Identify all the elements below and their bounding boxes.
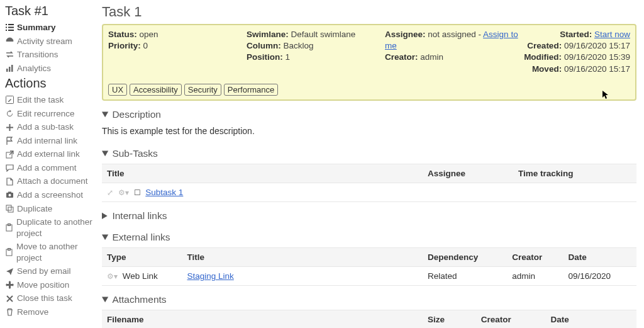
subtask-link[interactable]: Subtask 1 <box>145 188 183 197</box>
gear-dropdown-icon[interactable]: ⚙▾ <box>118 188 129 197</box>
action-add-external-link[interactable]: Add external link <box>5 147 96 161</box>
created-value: 09/16/2020 15:17 <box>564 41 630 50</box>
external-link-icon <box>5 150 14 159</box>
table-row: ⚙▾ Web Link Staging Link Related admin 0… <box>102 266 636 285</box>
external-links-header[interactable]: External links <box>102 230 636 245</box>
camera-icon <box>5 191 14 199</box>
action-duplicate-project[interactable]: Duplicate to another project <box>5 215 96 240</box>
pencil-square-icon <box>5 96 14 104</box>
tag[interactable]: Performance <box>224 84 278 96</box>
svg-rect-0 <box>6 24 7 25</box>
move-icon <box>5 281 14 289</box>
col-title: Title <box>102 164 423 183</box>
col-date: Date <box>563 247 636 266</box>
action-label: Add a comment <box>17 162 77 174</box>
action-label: Edit the task <box>17 94 64 106</box>
gear-dropdown-icon[interactable]: ⚙▾ <box>107 272 118 281</box>
section-attachments: Attachments Filename Size Creator Date t… <box>102 292 636 328</box>
svg-point-12 <box>8 194 11 196</box>
action-close-task[interactable]: Close this task <box>5 291 96 305</box>
checkbox-icon[interactable]: ☐ <box>134 188 141 197</box>
col-dep: Dependency <box>423 247 507 266</box>
action-attach-document[interactable]: Attach a document <box>5 174 96 188</box>
clipboard-icon <box>5 223 13 232</box>
refresh-icon <box>5 110 14 118</box>
bar-chart-icon <box>5 64 14 72</box>
sidebar-nav-label: Analytics <box>17 63 51 74</box>
description-header[interactable]: Description <box>102 107 636 122</box>
sidebar-nav-label: Transitions <box>17 49 58 60</box>
action-label: Duplicate <box>17 203 52 215</box>
col-date: Date <box>545 310 636 328</box>
expand-icon[interactable]: ⤢ <box>107 188 113 197</box>
section-internal-links: Internal links <box>102 208 636 223</box>
tag[interactable]: UX <box>108 84 127 96</box>
action-move-project[interactable]: Move to another project <box>5 240 96 264</box>
action-edit-recurrence[interactable]: Edit recurrence <box>5 107 96 121</box>
action-duplicate[interactable]: Duplicate <box>5 202 96 216</box>
subtask-assignee <box>423 183 513 201</box>
col-type: Type <box>102 247 182 266</box>
status-label: Status: <box>108 30 137 39</box>
sidebar-nav-analytics[interactable]: Analytics <box>5 62 96 76</box>
copy-icon <box>5 205 14 213</box>
plus-icon <box>5 123 14 132</box>
arrows-icon <box>5 50 14 59</box>
moved-value: 09/16/2020 15:17 <box>564 64 630 74</box>
action-move-position[interactable]: Move position <box>5 278 96 292</box>
ext-link[interactable]: Staging Link <box>187 271 234 281</box>
subtasks-header[interactable]: Sub-Tasks <box>102 146 636 161</box>
list-icon <box>5 23 14 31</box>
column-value: Backlog <box>284 41 314 50</box>
column-label: Column: <box>247 41 281 50</box>
action-add-comment[interactable]: Add a comment <box>5 161 96 175</box>
section-subtasks: Sub-Tasks Title Assignee Time tracking ⤢… <box>102 146 636 202</box>
svg-rect-7 <box>9 67 11 72</box>
action-label: Close this task <box>17 293 72 304</box>
sidebar-nav-transitions[interactable]: Transitions <box>5 48 96 62</box>
start-now-link[interactable]: Start now <box>594 30 630 39</box>
ext-dep: Related <box>423 266 507 285</box>
sidebar-nav-summary[interactable]: Summary <box>5 21 96 35</box>
action-edit-task[interactable]: Edit the task <box>5 93 96 107</box>
sidebar-title: Task #1 <box>5 4 96 18</box>
action-label: Remove <box>17 307 48 318</box>
paper-plane-icon <box>5 268 14 276</box>
col-file: Filename <box>102 310 423 328</box>
section-description: Description This is example test for the… <box>102 107 636 140</box>
section-external-links: External links Type Title Dependency Cre… <box>102 230 636 286</box>
action-label: Move position <box>17 280 69 291</box>
svg-rect-2 <box>6 27 7 28</box>
moved-label: Moved: <box>532 64 562 74</box>
trash-icon <box>5 308 14 316</box>
action-add-subtask[interactable]: Add a sub-task <box>5 120 96 134</box>
description-body: This is example test for the description… <box>102 122 636 140</box>
flag-icon <box>5 137 14 145</box>
actions-header: Actions <box>5 76 96 91</box>
sidebar-nav-activity[interactable]: Activity stream <box>5 35 96 48</box>
tag[interactable]: Security <box>184 84 221 96</box>
assignee-value: not assigned - <box>428 30 483 39</box>
action-send-email[interactable]: Send by email <box>5 264 96 278</box>
subtask-time <box>513 183 636 201</box>
modified-value: 09/16/2020 15:39 <box>564 52 630 62</box>
subtasks-table: Title Assignee Time tracking ⤢ ⚙▾ ☐ Subt… <box>102 164 636 202</box>
action-label: Add a screenshot <box>17 189 83 201</box>
tag[interactable]: Accessibility <box>130 84 182 96</box>
swimlane-label: Swimlane: <box>247 30 289 39</box>
priority-label: Priority: <box>108 41 141 50</box>
created-label: Created: <box>527 41 562 50</box>
status-value: open <box>140 30 158 39</box>
creator-value: admin <box>420 52 443 62</box>
svg-rect-4 <box>6 30 7 31</box>
svg-rect-3 <box>8 27 14 28</box>
assignee-label: Assignee: <box>385 30 426 39</box>
started-label: Started: <box>560 30 592 39</box>
action-add-screenshot[interactable]: Add a screenshot <box>5 188 96 202</box>
internal-links-header[interactable]: Internal links <box>102 208 636 223</box>
attachments-header[interactable]: Attachments <box>102 292 636 307</box>
action-label: Add internal link <box>17 135 77 147</box>
dashboard-icon <box>5 37 14 45</box>
action-remove[interactable]: Remove <box>5 305 96 319</box>
action-add-internal-link[interactable]: Add internal link <box>5 134 96 148</box>
